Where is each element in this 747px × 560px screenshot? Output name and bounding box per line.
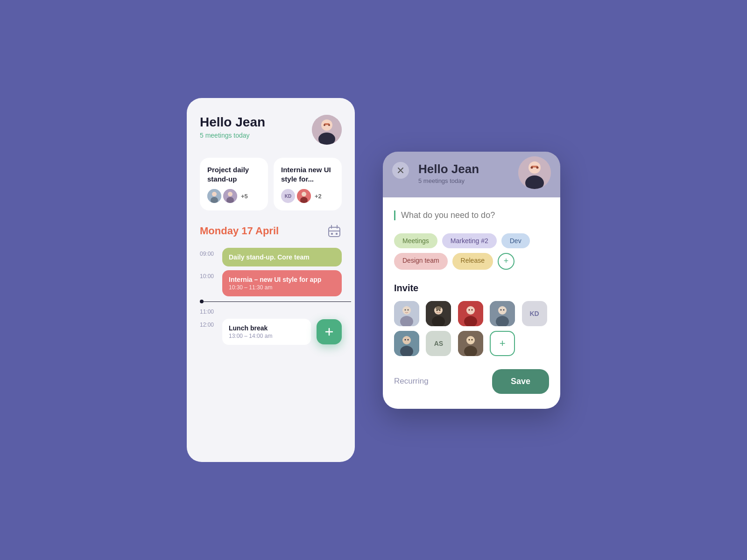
svg-point-23 [536, 166, 539, 168]
right-user-avatar [518, 156, 551, 189]
event-lunch-title: Lunch break [229, 324, 304, 332]
left-header-text: Hello Jean 5 meetings today [200, 115, 265, 139]
invite-person-kd[interactable]: KD [522, 301, 547, 326]
close-button[interactable] [392, 162, 409, 179]
avatar-3 [297, 189, 311, 203]
calendar-date: 17 April [241, 225, 279, 237]
time-row-9: 09:00 Daily stand-up. Core team [200, 248, 342, 266]
meeting-card-2-title: Internia new UI style for... [281, 165, 334, 183]
meeting-card-1-title: Project daily stand-up [207, 165, 261, 183]
right-body: Meetings Marketing #2 Dev Design team Re… [383, 197, 560, 409]
svg-point-10 [228, 192, 233, 196]
svg-point-53 [468, 339, 470, 340]
avatar-1 [207, 189, 221, 203]
time-row-11: 11:00 [200, 306, 342, 315]
left-card: Hello Jean 5 meetings today Project dail… [187, 98, 355, 462]
calendar-icon[interactable] [327, 224, 342, 238]
calendar-day: Monday [200, 225, 239, 237]
time-label-10: 10:00 [200, 270, 217, 280]
svg-rect-16 [331, 233, 333, 235]
svg-point-48 [405, 339, 406, 340]
time-label-11: 11:00 [200, 306, 217, 315]
right-card: Hello Jean 5 meetings today Meetings Mar… [383, 152, 560, 409]
bottom-event-row: Lunch break 13:00 – 14:00 am [222, 319, 342, 345]
svg-point-38 [468, 309, 470, 310]
svg-point-4 [324, 124, 325, 126]
right-header-text: Hello Jean 5 meetings today [418, 161, 479, 184]
svg-point-46 [402, 336, 411, 344]
left-user-avatar [312, 115, 342, 145]
time-label-9: 09:00 [200, 248, 217, 257]
invite-section: Invite [394, 283, 549, 356]
event-internia[interactable]: Internia – new UI style for app 10:30 – … [222, 270, 342, 296]
event-standup-title: Daily stand-up. Core team [229, 253, 310, 261]
avatar-kd: KD [281, 189, 295, 203]
invite-grid: KD AS [394, 301, 549, 356]
left-subtitle: 5 meetings today [200, 132, 265, 139]
tags-row-1: Meetings Marketing #2 Dev [394, 233, 549, 248]
svg-point-54 [471, 339, 472, 340]
svg-point-43 [500, 309, 502, 310]
tags-row-2: Design team Release + [394, 253, 549, 270]
time-row-10: 10:00 Internia – new UI style for app 10… [200, 270, 342, 296]
time-label-12: 12:00 [200, 319, 217, 328]
recurring-button[interactable]: Recurring [394, 377, 429, 386]
svg-point-7 [212, 192, 217, 196]
svg-point-13 [302, 192, 306, 196]
tags-section: Meetings Marketing #2 Dev Design team Re… [394, 233, 549, 270]
meeting-card-1[interactable]: Project daily stand-up +5 [200, 158, 268, 210]
meeting-card-2-extra: +2 [315, 193, 322, 200]
svg-point-36 [466, 306, 475, 315]
svg-rect-17 [336, 233, 338, 235]
tag-marketing[interactable]: Marketing #2 [442, 233, 497, 248]
meeting-card-1-avatars: +5 [207, 189, 261, 203]
avatar-2 [223, 189, 237, 203]
meeting-card-1-extra: +5 [241, 193, 248, 200]
event-internia-time: 10:30 – 11:30 am [229, 284, 335, 291]
tag-design-team[interactable]: Design team [394, 253, 448, 270]
timeline: 09:00 Daily stand-up. Core team 10:00 In… [200, 248, 342, 345]
event-lunch[interactable]: Lunch break 13:00 – 14:00 am [222, 319, 311, 345]
event-lunch-time: 13:00 – 14:00 am [229, 333, 304, 339]
save-button[interactable]: Save [492, 369, 549, 394]
calendar-title: Monday 17 April [200, 225, 279, 237]
svg-point-32 [436, 305, 441, 310]
add-tag-button[interactable]: + [498, 253, 514, 270]
left-greeting: Hello Jean [200, 115, 265, 130]
invite-title: Invite [394, 283, 549, 294]
search-container[interactable] [394, 210, 549, 220]
left-header: Hello Jean 5 meetings today [200, 115, 342, 145]
invite-person-1[interactable] [394, 301, 419, 326]
event-standup[interactable]: Daily stand-up. Core team [222, 248, 342, 266]
event-current-dot [200, 300, 204, 303]
invite-person-2[interactable] [426, 301, 451, 326]
meeting-card-2[interactable]: Internia new UI style for... KD +2 [274, 158, 342, 210]
invite-person-6[interactable] [458, 331, 483, 356]
add-event-fab[interactable] [317, 319, 342, 344]
tag-release[interactable]: Release [452, 253, 493, 270]
add-invite-button[interactable]: + [490, 331, 515, 356]
svg-point-33 [437, 309, 438, 311]
meeting-card-2-avatars: KD +2 [281, 189, 334, 203]
svg-point-49 [408, 339, 409, 340]
svg-point-51 [466, 336, 475, 344]
svg-rect-15 [329, 227, 340, 237]
svg-point-22 [531, 166, 533, 168]
tag-meetings[interactable]: Meetings [394, 233, 437, 248]
svg-point-44 [503, 309, 505, 310]
svg-point-41 [498, 306, 507, 315]
event-internia-title: Internia – new UI style for app [229, 276, 335, 283]
svg-point-25 [402, 306, 411, 315]
invite-person-as[interactable]: AS [426, 331, 451, 356]
event-current-line [200, 301, 351, 302]
right-header: Hello Jean 5 meetings today [383, 152, 560, 197]
invite-person-3[interactable] [458, 301, 483, 326]
tag-dev[interactable]: Dev [501, 233, 530, 248]
svg-point-28 [408, 309, 409, 310]
svg-point-27 [405, 309, 406, 310]
calendar-header: Monday 17 April [200, 224, 342, 238]
invite-person-4[interactable] [490, 301, 515, 326]
svg-point-39 [471, 309, 472, 310]
search-input[interactable] [401, 210, 549, 220]
invite-person-5[interactable] [394, 331, 419, 356]
